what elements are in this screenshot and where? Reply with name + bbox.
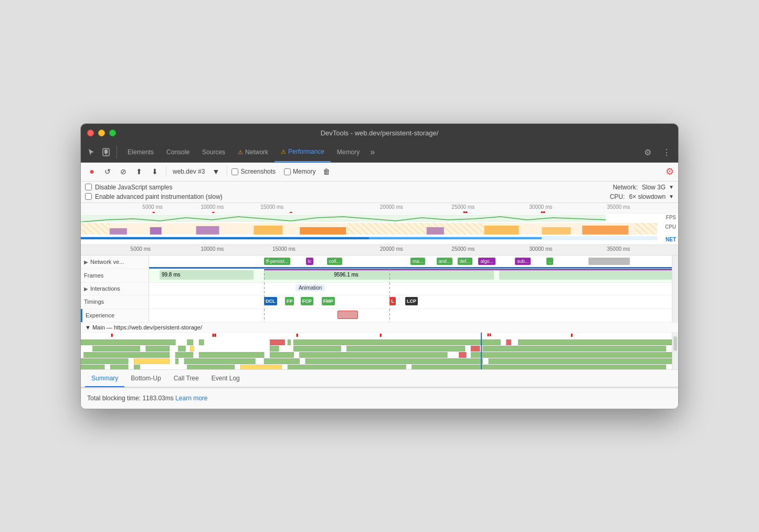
interaction-dashed-1 xyxy=(264,283,265,295)
svg-rect-16 xyxy=(81,223,110,235)
flame-row-4 xyxy=(81,357,672,363)
track-scrollbar4[interactable] xyxy=(672,295,678,308)
svg-point-2 xyxy=(106,154,107,155)
flame-row-3 xyxy=(81,350,672,356)
svg-rect-49 xyxy=(81,365,104,369)
device-icon[interactable] xyxy=(100,146,112,158)
svg-rect-17 xyxy=(634,223,657,235)
tabs-list: Elements Console Sources ⚠ Network ⚠ Per… xyxy=(121,143,640,162)
svg-rect-7 xyxy=(110,228,127,235)
svg-rect-53 xyxy=(240,365,282,369)
settings-icon[interactable]: ⚙ xyxy=(640,145,655,159)
separator1 xyxy=(166,166,166,177)
summary-tab[interactable]: Summary xyxy=(85,370,124,387)
tab-elements[interactable]: Elements xyxy=(121,143,160,162)
cpu-select[interactable]: CPU: 6× slowdown ▼ xyxy=(610,193,674,200)
tab-sources[interactable]: Sources xyxy=(196,143,231,162)
timings-label: Timings xyxy=(81,295,149,308)
disable-js-checkbox[interactable] xyxy=(85,184,92,190)
more-options-icon[interactable]: ⋮ xyxy=(659,145,674,159)
net-chip-10 xyxy=(588,258,630,265)
dcl-badge: DCL xyxy=(264,297,277,305)
status-bar: Total blocking time: 1183.03ms Learn mor… xyxy=(81,388,678,409)
main-timeline: 5000 ms 10000 ms 15000 ms 20000 ms 25000… xyxy=(81,245,678,370)
download-button[interactable]: ⬇ xyxy=(148,165,162,178)
frames-content: 99.8 ms 9596.1 ms xyxy=(149,269,672,282)
timings-content: DCL FP FCP FMP L LCP xyxy=(149,295,672,308)
upload-button[interactable]: ⬆ xyxy=(132,165,146,178)
net-chip-5: and... xyxy=(437,258,453,265)
network-track-row: ▶ Network ve... ff-persist... lc coll...… xyxy=(81,256,678,269)
minimize-button[interactable] xyxy=(98,130,105,136)
flame-chart[interactable]: ▮ ▮▮ ▮ ▮ ▮▮ ▮ xyxy=(81,333,678,369)
exp-dashed-2 xyxy=(389,309,390,322)
enable-paint-checkbox[interactable] xyxy=(85,193,92,200)
timeline-overview[interactable]: 5000 ms 10000 ms 15000 ms 20000 ms 25000… xyxy=(81,203,678,245)
selection-bar xyxy=(149,267,672,269)
close-button[interactable] xyxy=(87,130,94,136)
flame-scrollbar-thumb[interactable] xyxy=(673,336,677,351)
tab-network[interactable]: ⚠ Network xyxy=(231,143,275,162)
maximize-button[interactable] xyxy=(109,130,116,136)
tab-performance[interactable]: ⚠ Performance xyxy=(275,143,331,162)
toolbar-right: ⚙ xyxy=(666,166,674,177)
performance-toolbar: ● ↺ ⊘ ⬆ ⬇ web.dev #3 ▼ Screenshots Memor… xyxy=(81,163,678,182)
reload-button[interactable]: ↺ xyxy=(101,165,114,178)
exp-dashed-1 xyxy=(264,309,265,322)
traffic-lights xyxy=(87,130,116,136)
flame-row-1 xyxy=(81,338,672,344)
blue-timeline-line xyxy=(481,333,482,369)
fmp-badge: FMP xyxy=(322,297,335,305)
svg-rect-8 xyxy=(150,227,162,235)
tab-console[interactable]: Console xyxy=(160,143,196,162)
title-bar: DevTools - web.dev/persistent-storage/ xyxy=(81,124,678,143)
screenshots-checkbox[interactable]: Screenshots xyxy=(231,168,276,175)
svg-rect-5 xyxy=(254,226,282,235)
cpu-chart-container xyxy=(81,223,657,235)
frame-chip-3 xyxy=(499,270,672,280)
track-scrollbar2[interactable] xyxy=(672,269,678,282)
clear-button[interactable]: ⊘ xyxy=(117,165,130,178)
experience-block xyxy=(338,311,359,319)
fp-badge: FP xyxy=(285,297,294,305)
net-chip-7: algo... xyxy=(478,258,496,265)
delete-profile-button[interactable]: 🗑 xyxy=(320,165,333,178)
window-title: DevTools - web.dev/persistent-storage/ xyxy=(321,129,439,137)
performance-settings-icon[interactable]: ⚙ xyxy=(666,166,674,177)
network-track-label[interactable]: ▶ Network ve... xyxy=(81,256,149,269)
svg-rect-15 xyxy=(346,223,484,235)
fcp-badge: FCP xyxy=(301,297,313,305)
learn-more-link[interactable]: Learn more xyxy=(175,395,207,402)
network-select[interactable]: Network: Slow 3G ▼ xyxy=(613,184,674,191)
more-tabs-button[interactable]: » xyxy=(366,147,379,157)
frame-chip-2: 9596.1 ms xyxy=(264,270,494,280)
devtools-body: Elements Console Sources ⚠ Network ⚠ Per… xyxy=(81,143,678,409)
interactions-label[interactable]: ▶ Interactions xyxy=(81,283,149,295)
main-label: ▼ Main — https://web.dev/persistent-stor… xyxy=(81,323,678,333)
bottom-up-tab[interactable]: Bottom-Up xyxy=(124,370,167,387)
experience-label: Experience xyxy=(81,309,149,322)
red-marks-row: ▮ ▮▮ ▮ ▮ ▮▮ ▮ xyxy=(81,333,678,338)
lcp-badge: LCP xyxy=(405,297,418,305)
flame-row-5 xyxy=(81,363,672,369)
flame-v-scrollbar[interactable] xyxy=(672,333,678,369)
enable-paint-row: Enable advanced paint instrumentation (s… xyxy=(85,193,223,200)
fps-label: FPS xyxy=(666,215,676,220)
memory-checkbox[interactable]: Memory xyxy=(284,168,315,175)
profile-dropdown-icon[interactable]: ▼ xyxy=(209,165,223,178)
overview-tracks: FPS xyxy=(81,214,678,245)
track-scrollbar[interactable] xyxy=(672,256,678,269)
purple-bar xyxy=(264,269,672,270)
call-tree-tab[interactable]: Call Tree xyxy=(167,370,205,387)
svg-rect-13 xyxy=(582,226,628,235)
track-scrollbar5[interactable] xyxy=(672,309,678,322)
track-scrollbar3[interactable] xyxy=(672,283,678,295)
svg-rect-9 xyxy=(196,226,219,235)
inspect-icon[interactable] xyxy=(85,146,98,158)
svg-rect-52 xyxy=(187,365,235,369)
interactions-track-row: ▶ Interactions Animation xyxy=(81,283,678,295)
tab-memory[interactable]: Memory xyxy=(331,143,366,162)
record-button[interactable]: ● xyxy=(85,165,99,178)
event-log-tab[interactable]: Event Log xyxy=(205,370,246,387)
net-chip-6: def... xyxy=(458,258,472,265)
